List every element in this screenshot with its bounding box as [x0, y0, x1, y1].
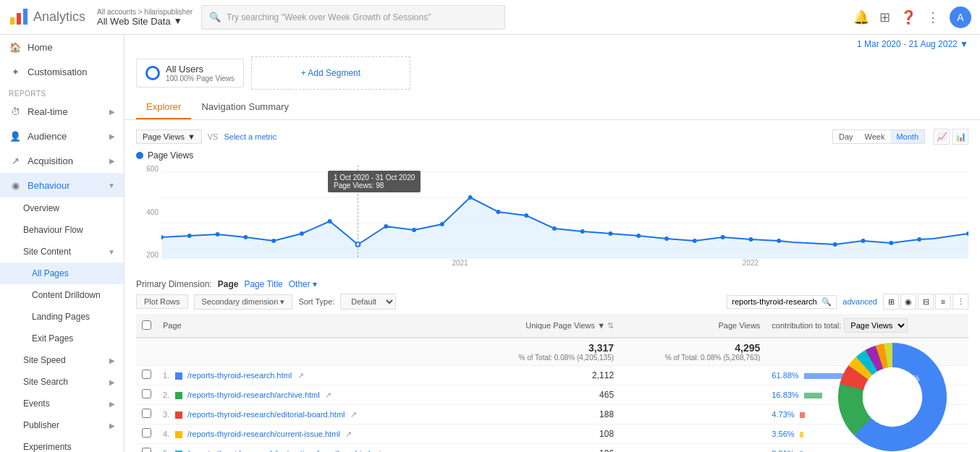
pv-column-header: Page Views	[620, 314, 766, 338]
main-content: 1 Mar 2020 - 21 Aug 2022 ▼ All Users 100…	[124, 35, 980, 452]
segment-pct: 100.00% Page Views	[166, 74, 235, 82]
sidebar-item-landing-pages[interactable]: Landing Pages	[0, 306, 124, 328]
page-link[interactable]: /reports-thyroid-research/instructionsfo…	[187, 449, 370, 452]
row-color-indicator	[175, 431, 182, 438]
advanced-link[interactable]: advanced	[842, 297, 877, 306]
row-checkbox[interactable]	[142, 428, 151, 438]
external-link-icon[interactable]: ↗	[297, 371, 304, 380]
compare-view-btn[interactable]: ⊟	[918, 294, 934, 310]
year-2022-label: 2022	[743, 259, 759, 267]
page-link[interactable]: /reports-thyroid-research/editorial-boar…	[187, 410, 345, 419]
sidebar-item-label: Home	[28, 42, 53, 53]
help-icon[interactable]: ❓	[900, 9, 916, 25]
sidebar-item-audience[interactable]: 👤 Audience ▶	[0, 124, 124, 148]
svg-point-9	[187, 234, 192, 238]
sidebar-item-exit-pages[interactable]: Exit Pages	[0, 328, 124, 349]
account-name[interactable]: All Web Site Data ▼	[97, 16, 193, 27]
breadcrumb: All accounts > hilarispublisher	[97, 8, 193, 16]
dim-page-title-link[interactable]: Page Title	[244, 279, 282, 289]
page-link[interactable]: /reports-thyroid-research/current-issue.…	[187, 430, 340, 438]
row-checkbox-cell[interactable]	[136, 366, 157, 385]
external-link-icon[interactable]: ↗	[325, 391, 331, 399]
avatar[interactable]: A	[950, 7, 971, 28]
more-view-btn[interactable]: ⋮	[952, 294, 968, 310]
legend-dot	[136, 152, 143, 159]
contribution-metric-select[interactable]: Page Views	[844, 318, 908, 333]
external-link-icon[interactable]: ↗	[376, 449, 382, 452]
svg-point-29	[749, 237, 753, 242]
pct-text: 2.91%	[772, 449, 794, 452]
segment-row: All Users 100.00% Page Views + Add Segme…	[124, 54, 980, 95]
sidebar-item-customisation[interactable]: ✦ Customisation	[0, 59, 124, 84]
metric-dropdown[interactable]: Page Views ▼	[136, 129, 202, 144]
primary-dimension-row: Primary Dimension: Page Page Title Other…	[136, 279, 968, 289]
sidebar-item-site-search[interactable]: Site Search ▶	[0, 371, 124, 393]
page-link[interactable]: /reports-thyroid-research/archive.html	[187, 391, 320, 399]
date-range-text[interactable]: 1 Mar 2020 - 21 Aug 2022 ▼	[857, 39, 968, 49]
pie-view-btn[interactable]: ◉	[900, 294, 916, 310]
sidebar-item-experiments[interactable]: Experiments	[0, 436, 124, 452]
grid-view-btn[interactable]: ⊞	[883, 294, 899, 310]
date-range[interactable]: 1 Mar 2020 - 21 Aug 2022 ▼	[124, 35, 980, 54]
table-view-btn[interactable]: ≡	[935, 294, 951, 310]
row-checkbox[interactable]	[142, 389, 151, 398]
row-checkbox[interactable]	[142, 448, 151, 452]
row-checkbox[interactable]	[142, 370, 151, 379]
external-link-icon[interactable]: ↗	[350, 410, 357, 419]
svg-point-32	[861, 239, 866, 243]
row-checkbox[interactable]	[142, 409, 151, 418]
sidebar-item-realtime[interactable]: ⏱ Real-time ▶	[0, 99, 124, 124]
sidebar-item-site-content[interactable]: Site Content ▼	[0, 241, 124, 263]
dim-page-link[interactable]: Page	[218, 279, 239, 289]
search-filter[interactable]: 🔍	[727, 295, 837, 309]
sort-type-dropdown[interactable]: Default	[340, 294, 396, 310]
row-checkbox-cell[interactable]	[136, 385, 157, 405]
global-search[interactable]: 🔍 Try searching "Week over Week Growth o…	[201, 5, 505, 30]
sidebar-item-events[interactable]: Events ▶	[0, 393, 124, 414]
sidebar-item-label: Real-time	[28, 106, 68, 117]
search-filter-icon[interactable]: 🔍	[821, 297, 832, 307]
sidebar-item-home[interactable]: 🏠 Home	[0, 35, 124, 59]
more-icon[interactable]: ⋮	[926, 9, 939, 25]
sidebar-item-behaviour-flow[interactable]: Behaviour Flow	[0, 219, 124, 241]
account-dropdown-icon[interactable]: ▼	[174, 16, 182, 26]
line-chart-btn[interactable]: 📈	[934, 129, 950, 145]
grid-icon[interactable]: ⊞	[879, 9, 890, 25]
svg-point-31	[833, 242, 837, 247]
sidebar-item-label: Overview	[23, 203, 59, 213]
tab-explorer[interactable]: Explorer	[136, 95, 191, 119]
bell-icon[interactable]: 🔔	[853, 9, 869, 25]
sidebar-item-content-drilldown[interactable]: Content Drilldown	[0, 284, 124, 306]
svg-point-14	[328, 219, 332, 223]
table-section: Primary Dimension: Page Page Title Other…	[124, 276, 980, 452]
all-users-segment[interactable]: All Users 100.00% Page Views	[136, 59, 244, 88]
unique-pv-cell: 2,112	[473, 366, 620, 385]
sidebar-item-publisher[interactable]: Publisher ▶	[0, 414, 124, 436]
page-link[interactable]: /reports-thyroid-research.html	[187, 371, 292, 380]
plot-rows-btn[interactable]: Plot Rows	[136, 294, 188, 309]
row-checkbox-cell[interactable]	[136, 444, 157, 453]
add-segment-btn[interactable]: + Add Segment	[251, 56, 410, 90]
select-metric-link[interactable]: Select a metric	[224, 132, 276, 141]
sidebar-item-overview[interactable]: Overview	[0, 197, 124, 219]
month-btn[interactable]: Month	[890, 130, 924, 143]
row-checkbox-cell[interactable]	[136, 405, 157, 425]
external-link-icon[interactable]: ↗	[345, 430, 352, 438]
tab-navigation-summary[interactable]: Navigation Summary	[191, 95, 299, 119]
filter-toggle[interactable]: ⇅	[607, 321, 614, 330]
sidebar-item-acquisition[interactable]: ↗ Acquisition ▶	[0, 148, 124, 173]
day-btn[interactable]: Day	[833, 130, 859, 143]
week-btn[interactable]: Week	[859, 130, 891, 143]
bar-chart-btn[interactable]: 📊	[952, 129, 968, 145]
audience-icon: 👤	[9, 129, 22, 142]
sidebar-item-site-speed[interactable]: Site Speed ▶	[0, 349, 124, 371]
row-color-indicator	[175, 372, 182, 380]
select-all-checkbox[interactable]	[142, 320, 151, 330]
secondary-dimension-dropdown[interactable]: Secondary dimension ▾	[194, 294, 293, 310]
dim-other-link[interactable]: Other ▾	[289, 279, 317, 289]
unique-pv-column-header[interactable]: Unique Page Views ▼ ⇅	[473, 314, 620, 338]
sidebar-item-behaviour[interactable]: ◉ Behaviour ▼	[0, 173, 124, 197]
sidebar-item-all-pages[interactable]: All Pages	[0, 263, 124, 284]
search-filter-input[interactable]	[732, 297, 819, 306]
row-checkbox-cell[interactable]	[136, 425, 157, 444]
